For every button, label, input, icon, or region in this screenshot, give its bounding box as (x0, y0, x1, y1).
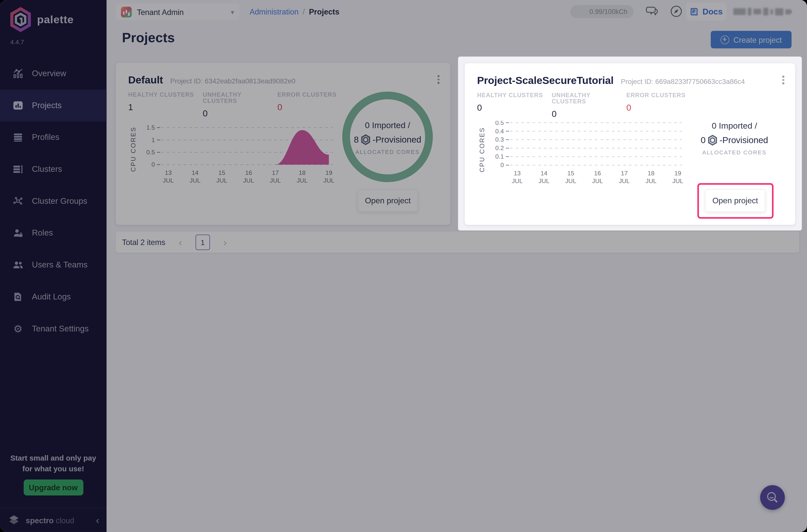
pagination-next-icon[interactable]: › (221, 237, 229, 247)
brand-logo: palette (9, 7, 74, 32)
project-title: Project-ScaleSecureTutorial (477, 75, 614, 87)
svg-text:19: 19 (325, 169, 332, 176)
upgrade-now-button[interactable]: Upgrade now (23, 479, 83, 496)
sidebar-collapse-icon[interactable]: ‹ (96, 515, 99, 525)
chevron-down-icon: ▾ (231, 8, 234, 16)
svg-text:14: 14 (192, 169, 199, 176)
sidebar-item-clusters[interactable]: Clusters (0, 153, 107, 185)
magnifier-smile-icon (765, 490, 780, 505)
breadcrumb-administration[interactable]: Administration (249, 7, 299, 16)
card-menu-kebab-icon[interactable] (435, 75, 442, 87)
svg-text:17: 17 (272, 169, 279, 176)
svg-text:16: 16 (594, 170, 601, 176)
pagination-total: Total 2 items (122, 238, 165, 247)
app-version: 4.4.7 (10, 38, 24, 46)
svg-text:19: 19 (674, 170, 681, 176)
docs-label: Docs (702, 7, 723, 16)
svg-text:0: 0 (151, 161, 155, 168)
svg-text:13: 13 (514, 170, 521, 176)
svg-text:0.2: 0.2 (495, 145, 504, 151)
svg-text:JUL: JUL (565, 177, 576, 184)
breadcrumb-projects: Projects (309, 7, 339, 16)
project-id: Project ID: 6342eab2faa0813ead9082e0 (170, 77, 295, 85)
book-icon (690, 7, 699, 16)
allocated-cores-summary: 0 Imported / 0 -Provisioned ALLOCATED CO… (678, 121, 791, 155)
topbar: Tenant Admin ▾ Administration / Projects… (107, 0, 807, 24)
cpu-cores-chart: CPU CORES00.511.513JUL14JUL15JUL16JUL17J… (129, 120, 335, 188)
sidebar-item-projects[interactable]: Projects (0, 90, 107, 121)
svg-text:JUL: JUL (512, 177, 523, 184)
open-project-button[interactable]: Open project (705, 189, 765, 212)
svg-text:1: 1 (151, 137, 155, 144)
stat-error: ERROR CLUSTERS 0 (277, 92, 355, 119)
promo-text-line2: for what you use! (5, 463, 101, 474)
svg-text:JUL: JUL (270, 177, 281, 184)
breadcrumb: Administration / Projects (249, 7, 339, 16)
sidebar-item-audit-logs[interactable]: Audit Logs (0, 281, 107, 313)
line-chart-icon (12, 68, 23, 79)
main-content: Tenant Admin ▾ Administration / Projects… (107, 0, 807, 532)
user-lock-icon (12, 227, 23, 239)
svg-text:0: 0 (501, 162, 504, 168)
sidebar-item-cluster-groups[interactable]: Cluster Groups (0, 185, 107, 217)
sidebar-item-label: Tenant Settings (32, 324, 89, 334)
palette-hexagon-icon (361, 134, 371, 145)
svg-text:13: 13 (165, 169, 172, 176)
svg-text:CPU CORES: CPU CORES (478, 127, 485, 172)
svg-text:18: 18 (648, 170, 654, 176)
svg-text:JUL: JUL (323, 177, 334, 184)
svg-text:0.5: 0.5 (146, 149, 155, 156)
stat-unhealthy: UNHEALTHY CLUSTERS 0 (203, 92, 278, 119)
svg-text:1.5: 1.5 (146, 124, 155, 131)
layers-icon (12, 132, 23, 143)
palette-hexagon-icon (708, 135, 717, 146)
user-account-redacted[interactable] (733, 8, 791, 16)
breadcrumb-separator: / (303, 7, 305, 16)
svg-text:0.3: 0.3 (495, 136, 504, 143)
stat-healthy: HEALTHY CLUSTERS 0 (477, 92, 552, 119)
project-title: Default (128, 74, 163, 86)
cluster-stats: HEALTHY CLUSTERS 0 UNHEALTHY CLUSTERS 0 … (477, 92, 703, 119)
gear-icon: ⚙ (12, 323, 23, 335)
tenant-scope-select[interactable]: Tenant Admin ▾ (116, 3, 239, 20)
app-window: palette 4.4.7 Overview (0, 0, 807, 532)
sidebar-item-label: Roles (32, 229, 53, 238)
spectrocloud-logo-icon (7, 514, 21, 527)
svg-text:14: 14 (541, 170, 548, 176)
pagination-page-1[interactable]: 1 (195, 234, 210, 250)
plus-circle-icon (720, 35, 729, 44)
sidebar-item-profiles[interactable]: Profiles (0, 121, 107, 153)
sidebar-item-tenant-settings[interactable]: ⚙ Tenant Settings (0, 313, 107, 345)
compass-icon[interactable] (670, 5, 683, 18)
create-project-label: Create project (733, 35, 782, 44)
sidebar-item-users-teams[interactable]: Users & Teams (0, 249, 107, 281)
search-beacon-button[interactable] (760, 485, 785, 510)
svg-text:JUL: JUL (297, 177, 307, 184)
svg-text:16: 16 (245, 169, 252, 176)
usage-quota-badge: 0.99/100kCh (570, 5, 633, 18)
svg-text:CPU CORES: CPU CORES (130, 127, 137, 172)
network-nodes-icon (12, 195, 23, 207)
palette-logo-icon (9, 7, 32, 32)
doc-search-icon (12, 291, 23, 302)
stat-error: ERROR CLUSTERS 0 (626, 92, 703, 119)
svg-text:JUL: JUL (243, 177, 254, 184)
svg-text:0.5: 0.5 (495, 121, 504, 126)
sidebar-item-roles[interactable]: Roles (0, 217, 107, 249)
create-project-button[interactable]: Create project (711, 31, 791, 49)
pagination-prev-icon[interactable]: ‹ (177, 237, 184, 247)
open-project-button[interactable]: Open project (358, 189, 418, 212)
project-card-default: Default Project ID: 6342eab2faa0813ead90… (116, 63, 450, 225)
sidebar-item-label: Clusters (32, 165, 62, 174)
svg-text:JUL: JUL (539, 177, 549, 184)
svg-text:JUL: JUL (592, 177, 603, 184)
svg-text:18: 18 (299, 169, 305, 176)
sidebar-item-overview[interactable]: Overview (0, 58, 107, 90)
docs-link[interactable]: Docs (686, 2, 726, 20)
chat-icon[interactable] (645, 5, 659, 18)
svg-text:0.1: 0.1 (495, 153, 504, 160)
card-menu-kebab-icon[interactable] (780, 76, 787, 87)
sidebar-footer: spectro cloud ‹ (0, 508, 107, 532)
cluster-stats: HEALTHY CLUSTERS 1 UNHEALTHY CLUSTERS 0 … (128, 92, 355, 119)
page-header: Projects Create project (107, 24, 807, 57)
